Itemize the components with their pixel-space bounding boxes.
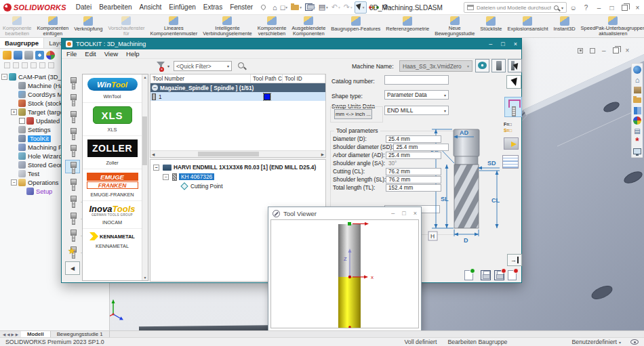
holder-icon[interactable]	[65, 143, 80, 156]
quick-filter-combo[interactable]: <Quick Filter>▾	[174, 61, 232, 71]
tool-type-combo[interactable]: END MILL▾	[384, 106, 449, 115]
expander-icon[interactable]: −	[11, 179, 17, 186]
ribbon-button[interactable]: Referenzgeometrie	[383, 15, 432, 37]
doc-minimize-icon[interactable]: –	[602, 47, 606, 54]
dock-icon[interactable]: □	[605, 4, 618, 12]
vendor-scroll-thumb[interactable]	[142, 116, 147, 165]
expand-panel-button[interactable]: →	[507, 254, 522, 266]
filter-icon[interactable]	[4, 62, 10, 68]
tool-window-icon[interactable]: ...	[65, 228, 80, 241]
appearances-icon[interactable]	[633, 116, 641, 125]
close-icon[interactable]: ×	[631, 4, 644, 12]
vendor-wintool[interactable]: WinTool WinTool	[83, 74, 142, 103]
feed-speed-icon[interactable]: F=□S=□	[504, 121, 521, 133]
toolkit-maximize-icon[interactable]: □	[501, 41, 504, 47]
help-icon[interactable]: ?	[580, 4, 592, 12]
toolkit-titlebar[interactable]: TOOLKIT : 3D_Machining – □ ×	[62, 39, 521, 49]
select-tool-button[interactable]: ▾	[355, 1, 367, 14]
parameter-value-input[interactable]: 25.4 mm	[393, 144, 449, 151]
filter-icon[interactable]	[22, 62, 28, 68]
drill-tool-icon[interactable]	[65, 92, 80, 106]
tool-vault-icon[interactable]: ...	[65, 194, 80, 207]
tab-modell[interactable]: Modell	[21, 331, 51, 337]
tool-viewer-canvas[interactable]: x Z	[270, 219, 419, 328]
parameter-value-input[interactable]: 25.4 mm	[386, 152, 441, 159]
tool-tree-item[interactable]: − KH 4067326	[150, 172, 325, 181]
parameter-value-input[interactable]: 30°	[386, 160, 441, 167]
doc-close-icon[interactable]: ×	[626, 47, 630, 54]
tool-tree-cutting-point[interactable]: Cutting Point	[150, 181, 325, 191]
tool-viewer-close-icon[interactable]: ×	[414, 210, 417, 217]
ribbon-button[interactable]: Baugruppen-Features	[328, 15, 383, 37]
ribbon-button[interactable]: Vorschaufenster für	[105, 15, 147, 37]
expander-icon[interactable]: +	[11, 109, 17, 115]
tab-nav-first-icon[interactable]: ◀	[3, 332, 5, 337]
parameter-value-input[interactable]: 76.2 mm	[386, 168, 441, 175]
menu-item[interactable]: Ansicht	[140, 3, 162, 11]
search-icon[interactable]	[554, 5, 559, 10]
forum-icon[interactable]: *	[633, 137, 641, 145]
endmill-tool-icon[interactable]	[65, 75, 80, 89]
viewport-single-icon[interactable]	[590, 48, 595, 53]
favorites-star-icon[interactable]: ★...	[65, 244, 80, 258]
viewport-split-icon[interactable]	[578, 48, 583, 53]
open-file-button[interactable]: ▾	[289, 1, 303, 14]
col-tool-path[interactable]: Tool Path C...	[251, 74, 283, 83]
print-button[interactable]: ▤▾	[317, 1, 329, 14]
vendor-kennametal[interactable]: KENNAMETAL KENNAMETAL	[83, 229, 142, 252]
shape-type-combo[interactable]: Parameter Data▾	[384, 90, 449, 100]
ribbon-button[interactable]: Komponenten einfügen	[35, 15, 72, 37]
toolkit-menu-item[interactable]: File	[66, 50, 77, 58]
vendor-inocam[interactable]: InovaTools GERMAN TOOLS GROUP INOCAM	[83, 201, 142, 229]
pin-menu-icon[interactable]	[260, 4, 267, 11]
redo-button[interactable]: ↷▾	[342, 1, 354, 14]
save-tool-button[interactable]	[481, 270, 491, 280]
tool-viewer-titlebar[interactable]: Tool Viewer – □ ×	[268, 207, 421, 219]
propertymanager-icon[interactable]	[14, 51, 22, 60]
toolkit-search-icon[interactable]	[238, 62, 244, 68]
ribbon-button[interactable]: SpeedPak-Unterbaugruppen aktualisieren	[578, 15, 644, 37]
tool-data-form-icon[interactable]	[502, 155, 519, 169]
ribbon-button[interactable]: Explosionsansicht	[504, 15, 550, 37]
parameter-value-input[interactable]: 76.2 mm	[386, 176, 441, 183]
table-scroll-thumb[interactable]	[198, 152, 259, 156]
ribbon-button[interactable]: Lineares Komponentenmuster	[148, 15, 201, 37]
home-tab-icon[interactable]: ⌂	[633, 76, 641, 84]
restore-icon[interactable]	[622, 5, 628, 11]
ribbon-button[interactable]: Komponente verschieben	[255, 15, 289, 37]
tab-nav-next-icon[interactable]: ▶	[11, 332, 14, 337]
tab-nav-prev-icon[interactable]: ◀	[7, 332, 9, 337]
user-account-icon[interactable]: ☺	[567, 4, 580, 12]
tool-path-color-swatch[interactable]	[264, 93, 270, 100]
tool-viewer-minimize-icon[interactable]: –	[391, 210, 395, 217]
menu-item[interactable]: Bearbeiten	[99, 3, 132, 11]
ribbon-button[interactable]: Instant3D	[551, 15, 578, 37]
tab-nav-last-icon[interactable]: ▶	[16, 332, 18, 337]
displaymanager-icon[interactable]	[46, 51, 55, 60]
remove-tool-button[interactable]	[508, 270, 517, 280]
tool-select-button[interactable]	[508, 59, 522, 72]
dimxpert-icon[interactable]	[35, 51, 44, 60]
design-library-icon[interactable]	[633, 96, 641, 104]
menu-item[interactable]: Extras	[203, 3, 222, 11]
filter-funnel-icon[interactable]	[157, 62, 165, 66]
vendor-xls[interactable]: XLS XLS	[83, 103, 142, 136]
vendor-scrollbar[interactable]: ▲ ▼	[142, 74, 148, 280]
parameter-value-input[interactable]: 152.4 mm	[386, 184, 441, 192]
save-button[interactable]: ▾	[304, 1, 317, 14]
home-button[interactable]: ⌂	[271, 1, 279, 14]
ribbon-button[interactable]: Komponente bearbeiten	[0, 15, 35, 37]
scroll-up-icon[interactable]: ▲	[144, 75, 147, 79]
ribbon-button[interactable]: Stückliste	[477, 15, 504, 37]
scroll-down-icon[interactable]: ▼	[144, 276, 147, 280]
col-tool-number[interactable]: Tool Number	[150, 74, 251, 83]
undo-button[interactable]: ↶▾	[330, 1, 342, 14]
import-tool-icon[interactable]	[65, 160, 80, 173]
scroll-right-icon[interactable]: ▶	[321, 152, 324, 156]
expander-icon[interactable]: −	[153, 165, 159, 171]
tool-assembly-icon[interactable]	[65, 126, 80, 139]
menu-item[interactable]: Einfügen	[169, 3, 195, 11]
new-file-button[interactable]: □▾	[279, 1, 289, 14]
collapse-strip-icon[interactable]: ◀	[65, 261, 80, 275]
toolkit-menu-item[interactable]: View	[104, 50, 118, 58]
